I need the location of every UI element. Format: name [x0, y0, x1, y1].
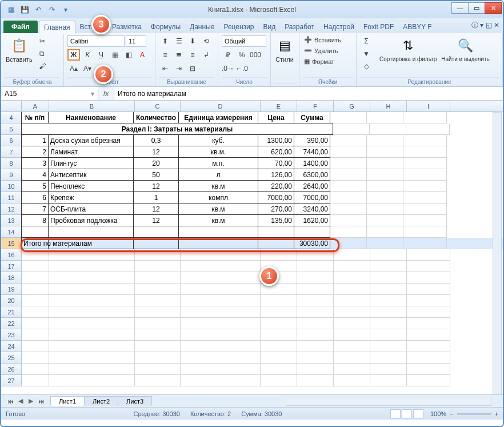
view-normal-icon[interactable]: [390, 409, 401, 418]
cell[interactable]: [135, 375, 181, 386]
autosum-icon[interactable]: Σ: [360, 35, 373, 47]
underline-button[interactable]: Ч: [95, 49, 107, 61]
row-header[interactable]: 18: [1, 272, 22, 284]
cell[interactable]: № п/п: [21, 112, 49, 123]
cell[interactable]: л: [178, 169, 258, 181]
cell[interactable]: [334, 306, 370, 318]
cell[interactable]: [370, 249, 407, 261]
cell[interactable]: Единица измерения: [178, 112, 258, 123]
cell[interactable]: [403, 181, 447, 192]
zoom-slider[interactable]: [457, 413, 491, 415]
col-header-G[interactable]: G: [334, 101, 370, 111]
cell[interactable]: [407, 272, 450, 284]
cell[interactable]: [367, 181, 403, 192]
cell[interactable]: [22, 249, 49, 261]
cell[interactable]: [22, 329, 49, 341]
cell[interactable]: [403, 226, 447, 238]
cell[interactable]: [370, 375, 407, 386]
cell[interactable]: [49, 329, 135, 341]
cell[interactable]: 6300,00: [294, 169, 330, 181]
cell[interactable]: [261, 329, 297, 341]
cell[interactable]: Пеноплекс: [48, 180, 134, 192]
cell[interactable]: [370, 295, 407, 306]
cell[interactable]: [403, 238, 447, 249]
tab-formulas[interactable]: Формулы: [146, 21, 185, 33]
cell[interactable]: [367, 203, 403, 215]
cell[interactable]: [178, 226, 258, 238]
tab-home[interactable]: Главная: [39, 21, 75, 34]
cell[interactable]: 7440,00: [294, 146, 330, 158]
undo-icon[interactable]: ↶: [33, 5, 43, 15]
qat-more-icon[interactable]: ▾: [61, 5, 71, 15]
cell[interactable]: [181, 284, 261, 295]
cell[interactable]: [407, 352, 450, 364]
cell[interactable]: [22, 318, 49, 329]
cell[interactable]: [261, 341, 297, 352]
align-center-icon[interactable]: ≣: [173, 49, 185, 61]
cell[interactable]: [403, 146, 447, 158]
cell[interactable]: Количество: [133, 112, 179, 123]
cell[interactable]: [403, 135, 447, 146]
cell[interactable]: [407, 306, 450, 318]
align-top-icon[interactable]: ⬆: [159, 35, 171, 47]
close-button[interactable]: ✕: [485, 2, 502, 14]
cell[interactable]: 3: [21, 157, 49, 169]
cell[interactable]: [330, 158, 367, 169]
cell[interactable]: [22, 375, 49, 386]
cell[interactable]: 1620,00: [294, 214, 330, 226]
row-header[interactable]: 16: [1, 249, 22, 261]
cell[interactable]: [330, 238, 367, 249]
fx-icon[interactable]: fx: [98, 87, 114, 100]
select-all-corner[interactable]: [1, 101, 22, 111]
sheet-tab-2[interactable]: Лист2: [84, 396, 118, 406]
orientation-icon[interactable]: ⟲: [200, 35, 213, 47]
col-header-I[interactable]: I: [407, 101, 450, 111]
cell[interactable]: [181, 318, 261, 329]
col-header-F[interactable]: F: [297, 101, 334, 111]
cell[interactable]: [403, 192, 447, 203]
sheet-nav-last-icon[interactable]: ⏭: [37, 397, 46, 405]
cell[interactable]: [370, 318, 407, 329]
cell[interactable]: [135, 341, 181, 352]
cell[interactable]: [406, 123, 450, 135]
cell[interactable]: [367, 192, 403, 203]
cell[interactable]: [261, 352, 297, 364]
cell[interactable]: 50: [133, 169, 179, 181]
shrink-font-icon[interactable]: A▾: [81, 63, 94, 74]
cell[interactable]: [261, 375, 297, 386]
cell[interactable]: [297, 375, 334, 386]
cell[interactable]: [367, 146, 403, 158]
decrease-decimal-icon[interactable]: ←.0: [235, 63, 248, 74]
cell[interactable]: [297, 352, 334, 364]
cell[interactable]: [22, 284, 49, 295]
cell[interactable]: Антисептик: [48, 169, 134, 181]
cell[interactable]: 1: [133, 191, 179, 203]
font-family-select[interactable]: [67, 35, 125, 47]
cell[interactable]: [330, 135, 367, 146]
cell[interactable]: [258, 237, 294, 249]
cell[interactable]: 1400,00: [294, 157, 330, 169]
cell[interactable]: [297, 284, 334, 295]
tab-review[interactable]: Рецензир: [219, 21, 258, 33]
cell[interactable]: [49, 364, 135, 375]
cell[interactable]: 2: [21, 146, 49, 158]
cell[interactable]: 2640,00: [294, 180, 330, 192]
col-header-D[interactable]: D: [181, 101, 261, 111]
row-header[interactable]: 13: [1, 215, 22, 226]
tab-layout[interactable]: Разметка: [107, 21, 146, 33]
cell[interactable]: [407, 284, 450, 295]
cell[interactable]: [403, 215, 447, 226]
align-left-icon[interactable]: ≡: [159, 49, 171, 61]
cell[interactable]: [181, 375, 261, 386]
cell[interactable]: [407, 375, 450, 386]
row-header[interactable]: 15: [1, 238, 22, 249]
cell[interactable]: [407, 364, 450, 375]
decrease-indent-icon[interactable]: ⇤: [159, 63, 171, 74]
cell[interactable]: 12: [133, 203, 179, 215]
cell[interactable]: [334, 295, 370, 306]
number-format-select[interactable]: [222, 35, 266, 47]
cell[interactable]: Крепеж: [48, 191, 134, 203]
row-header[interactable]: 8: [1, 158, 22, 169]
zoom-out-icon[interactable]: −: [450, 410, 453, 417]
cell[interactable]: кв.м: [178, 180, 258, 192]
